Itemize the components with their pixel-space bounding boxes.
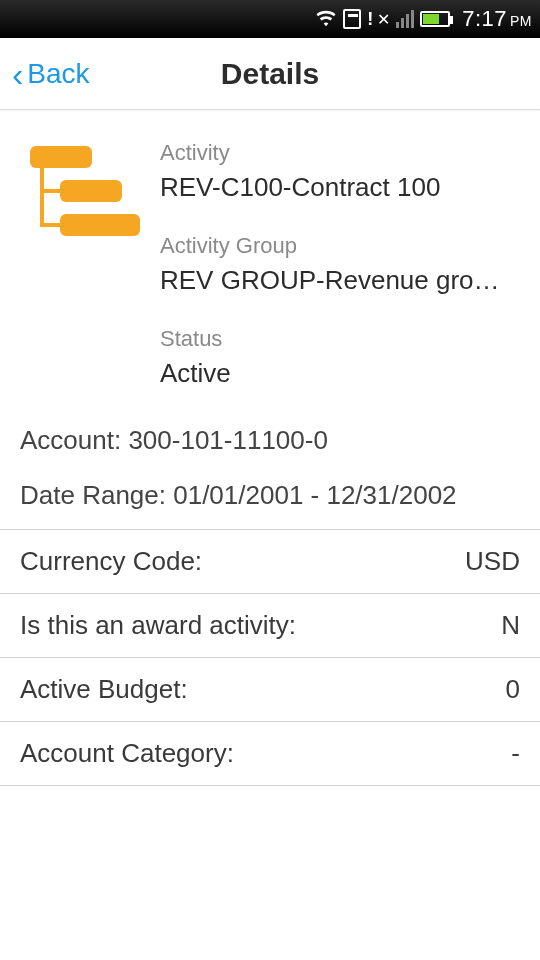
budget-label: Active Budget: — [20, 674, 188, 705]
budget-value: 0 — [506, 674, 520, 705]
account-daterange-section: Account: 300-101-11100-0 Date Range: 01/… — [0, 413, 540, 529]
daterange-row: Date Range: 01/01/2001 - 12/31/2002 — [20, 468, 520, 523]
account-value: 300-101-11100-0 — [128, 425, 328, 455]
activity-group-value: REV GROUP-Revenue gro… — [160, 265, 520, 296]
navigation-bar: ‹ Back Details — [0, 38, 540, 110]
category-row: Account Category: - — [0, 722, 540, 786]
account-row: Account: 300-101-11100-0 — [20, 413, 520, 468]
award-row: Is this an award activity: N — [0, 594, 540, 658]
svg-rect-1 — [60, 180, 122, 202]
award-value: N — [501, 610, 520, 641]
activity-group-label: Activity Group — [160, 233, 520, 259]
sim-icon — [343, 9, 361, 29]
category-label: Account Category: — [20, 738, 234, 769]
daterange-value: 01/01/2001 - 12/31/2002 — [173, 480, 456, 510]
activity-value: REV-C100-Contract 100 — [160, 172, 520, 203]
account-label: Account: — [20, 425, 128, 455]
time-ampm: PM — [510, 13, 532, 29]
currency-value: USD — [465, 546, 520, 577]
currency-row: Currency Code: USD — [0, 530, 540, 594]
currency-label: Currency Code: — [20, 546, 202, 577]
content: Activity REV-C100-Contract 100 Activity … — [0, 110, 540, 786]
back-button[interactable]: ‹ Back — [0, 57, 90, 91]
daterange-label: Date Range: — [20, 480, 173, 510]
summary-section: Activity REV-C100-Contract 100 Activity … — [0, 110, 540, 413]
no-signal-icon: ✕ — [377, 10, 390, 29]
wifi-icon — [315, 8, 337, 30]
svg-rect-0 — [30, 146, 92, 168]
summary-info: Activity REV-C100-Contract 100 Activity … — [160, 140, 520, 389]
signal-icon — [396, 10, 414, 28]
battery-icon — [420, 11, 450, 27]
back-label: Back — [27, 58, 89, 90]
status-icons: ! ✕ 7:17PM — [315, 6, 532, 32]
alert-icon: ! — [367, 9, 373, 30]
status-label: Status — [160, 326, 520, 352]
activity-label: Activity — [160, 140, 520, 166]
award-label: Is this an award activity: — [20, 610, 296, 641]
category-value: - — [511, 738, 520, 769]
details-list: Currency Code: USD Is this an award acti… — [0, 529, 540, 786]
chevron-left-icon: ‹ — [12, 57, 23, 91]
budget-row: Active Budget: 0 — [0, 658, 540, 722]
svg-rect-2 — [60, 214, 140, 236]
hierarchy-icon — [20, 140, 160, 389]
time-text: 7:17 — [462, 6, 507, 31]
status-clock: 7:17PM — [462, 6, 532, 32]
android-status-bar: ! ✕ 7:17PM — [0, 0, 540, 38]
status-value: Active — [160, 358, 520, 389]
